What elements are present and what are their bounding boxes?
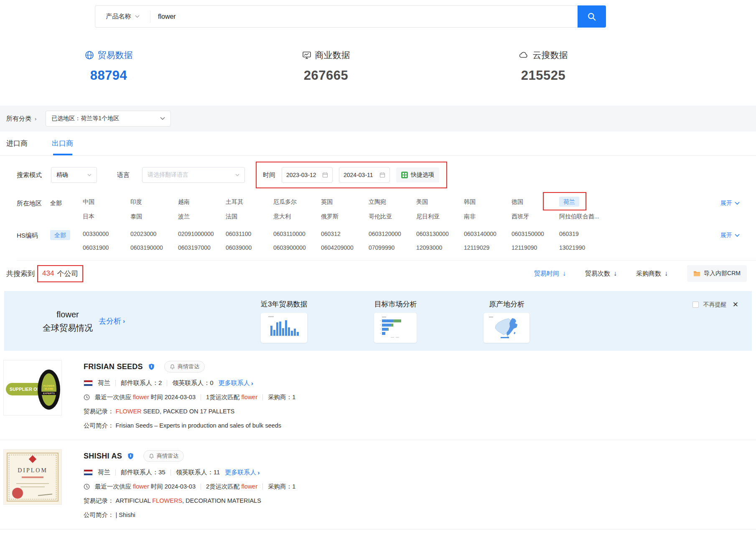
chevron-right-icon: › <box>123 317 125 324</box>
hs-code-option[interactable]: 0603197000 <box>178 244 226 251</box>
region-option[interactable]: 西班牙 <box>512 213 559 220</box>
clock-icon <box>84 394 90 400</box>
hs-code-option[interactable]: 0603120000 <box>369 230 416 237</box>
hs-code-option[interactable]: 0603140000 <box>464 230 512 237</box>
search-input[interactable] <box>150 6 578 27</box>
selected-region-pill: 荷兰 <box>559 197 579 207</box>
hs-code-option[interactable]: 07099990 <box>369 244 416 251</box>
tab-business-data[interactable]: 商业数据 267665 <box>217 49 435 83</box>
card-origin-analysis[interactable]: 原产地分析 <box>484 299 529 343</box>
more-contacts-link[interactable]: 更多联系人› <box>225 469 260 476</box>
region-option[interactable]: 德国 <box>512 198 559 206</box>
region-option[interactable]: 美国 <box>416 198 464 206</box>
region-option[interactable]: 哥伦比亚 <box>369 213 416 220</box>
search-button[interactable] <box>578 5 606 28</box>
stat-label: 云搜数据 <box>533 49 568 61</box>
search-category-dropdown[interactable]: 产品名称 <box>95 10 150 23</box>
language-select[interactable]: 请选择翻译语言 <box>142 167 245 183</box>
hs-code-option[interactable]: 0603130000 <box>416 230 464 237</box>
more-contacts-link[interactable]: 更多联系人› <box>219 379 253 387</box>
tab-cloud-search-data[interactable]: 云搜数据 215525 <box>435 49 652 83</box>
company-name[interactable]: FRISIAN SEEDS <box>84 362 143 371</box>
hs-code-option[interactable]: 06031100 <box>226 230 273 237</box>
region-option[interactable]: 俄罗斯 <box>321 213 369 220</box>
hs-code-option[interactable]: 13021990 <box>559 244 607 251</box>
bar-chart-thumbnail <box>261 313 307 343</box>
tab-exporter[interactable]: 出口商 <box>52 132 73 155</box>
selected-region-dropdown[interactable]: 已选地区：荷兰等1个地区 <box>46 111 171 127</box>
import-crm-button[interactable]: 导入内部CRM <box>687 265 747 282</box>
certificate-seal <box>12 488 23 499</box>
hs-code-option[interactable]: 06039000 <box>226 244 273 251</box>
hs-code-option[interactable]: 060312 <box>321 230 369 237</box>
dont-remind-checkbox[interactable] <box>692 301 699 308</box>
results-count: 共搜索到 434 个公司 <box>6 265 83 282</box>
tab-importer[interactable]: 进口商 <box>6 132 28 155</box>
hs-code-option[interactable]: 12119029 <box>464 244 512 251</box>
go-analyze-link[interactable]: 去分析› <box>99 316 125 326</box>
last-supply-text: 最近一次供应 flower 时间 2024-03-03 <box>95 483 196 491</box>
region-option[interactable]: 韩国 <box>464 198 512 206</box>
region-option[interactable]: 越南 <box>178 198 226 206</box>
last-supply-text: 最近一次供应 flower 时间 2024-03-03 <box>95 393 196 401</box>
quick-options-button[interactable]: 快捷选项 <box>396 167 439 182</box>
shipment-match-text: 1货运次匹配 flower <box>206 393 257 401</box>
business-radar-badge[interactable]: 商情雷达 <box>164 361 205 372</box>
hs-expand-link[interactable]: 展开 <box>720 230 756 251</box>
hs-code-option[interactable]: 0603150000 <box>512 230 559 237</box>
hs-code-option[interactable]: 12119090 <box>512 244 559 251</box>
hs-code-option[interactable]: 060319 <box>559 230 607 237</box>
region-option[interactable]: 法国 <box>226 213 273 220</box>
chevron-down-icon <box>160 117 165 120</box>
breadcrumb-all-categories[interactable]: 所有分类 › <box>6 115 36 123</box>
region-option[interactable]: 波兰 <box>178 213 226 220</box>
region-option-selected[interactable]: 荷兰 <box>559 198 607 206</box>
region-option[interactable]: 英国 <box>321 198 369 206</box>
card-title: 近3年贸易数据 <box>261 299 307 309</box>
hs-code-option[interactable]: 00330000 <box>83 230 130 237</box>
certificate-text-line <box>20 486 45 487</box>
quick-options-label: 快捷选项 <box>411 171 434 179</box>
region-filter-row: 所在地区 全部 中国印度越南土耳其厄瓜多尔英国立陶宛美国韩国德国 荷兰 日本泰国… <box>17 198 756 220</box>
region-option-all[interactable]: 全部 <box>50 200 62 206</box>
region-expand-link[interactable]: 展开 <box>720 198 756 220</box>
hs-code-option[interactable]: 0604209000 <box>321 244 369 251</box>
region-option[interactable]: 日本 <box>83 213 130 220</box>
hs-code-option[interactable]: 0603900000 <box>273 244 321 251</box>
hs-code-option[interactable]: 02023000 <box>130 230 178 237</box>
search-mode-select[interactable]: 精确 <box>51 167 97 183</box>
region-option[interactable]: 意大利 <box>273 213 321 220</box>
region-option[interactable]: 南非 <box>464 213 512 220</box>
card-target-market[interactable]: 目标市场分析 <box>374 299 417 343</box>
hs-code-option[interactable]: 0603110000 <box>273 230 321 237</box>
hs-option-all[interactable]: 全部 <box>50 230 70 240</box>
card-trade-3years[interactable]: 近3年贸易数据 <box>261 299 307 343</box>
hs-code-option[interactable]: 06031900 <box>83 244 130 251</box>
date-to-input[interactable]: 2024-03-11 <box>339 167 390 183</box>
sort-by-trade-time[interactable]: 贸易时间↓ <box>534 270 566 278</box>
banner-subtitle: 全球贸易情况 <box>43 321 93 334</box>
hs-code-option[interactable]: 02091000000 <box>178 230 226 237</box>
radar-bell-icon <box>170 364 175 370</box>
results-suffix: 个公司 <box>57 269 78 279</box>
linkedin-contacts: 领英联系人：11 <box>176 469 220 476</box>
region-option[interactable]: 印度 <box>130 198 178 206</box>
region-option[interactable]: 泰国 <box>130 213 178 220</box>
sort-by-buyer-count[interactable]: 采购商数↓ <box>636 270 668 278</box>
region-option[interactable]: 土耳其 <box>226 198 273 206</box>
region-option[interactable]: 立陶宛 <box>369 198 416 206</box>
importer-exporter-tabs: 进口商 出口商 <box>0 132 756 156</box>
region-option[interactable]: 厄瓜多尔 <box>273 198 321 206</box>
region-option[interactable]: 中国 <box>83 198 130 206</box>
region-option[interactable]: 尼日利亚 <box>416 213 464 220</box>
divider <box>115 380 116 386</box>
hs-code-option[interactable]: 0603190000 <box>130 244 178 251</box>
sort-by-trade-count[interactable]: 贸易次数↓ <box>585 270 617 278</box>
tab-trade-data[interactable]: 贸易数据 88794 <box>0 49 217 83</box>
date-from-input[interactable]: 2023-03-12 <box>282 167 333 183</box>
close-icon[interactable]: ✕ <box>733 300 738 309</box>
region-option[interactable]: 阿拉伯联合酋... <box>559 213 607 220</box>
hs-code-option[interactable]: 12093000 <box>416 244 464 251</box>
business-radar-badge[interactable]: 商情雷达 <box>143 450 184 462</box>
company-name[interactable]: SHISHI AS <box>84 452 122 461</box>
